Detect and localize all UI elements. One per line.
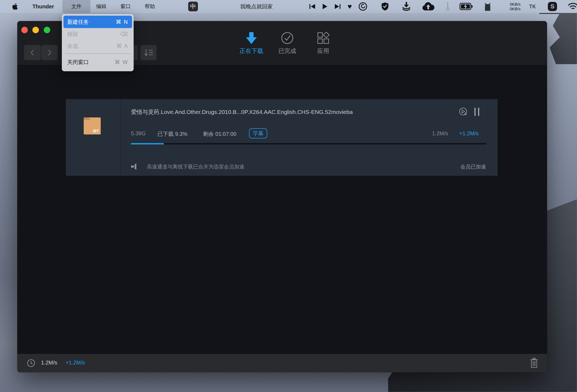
menubar-menu-file[interactable]: 文件 [62, 0, 90, 13]
cat-app-icon[interactable] [482, 0, 493, 13]
downloads-disc-icon[interactable] [400, 0, 413, 13]
cleaner-broom-icon[interactable] [442, 0, 453, 13]
task-boost-speed: +1.2M/s [459, 130, 479, 137]
menubar-menu-window[interactable]: 窗口 [116, 0, 135, 13]
battery-charging-icon[interactable] [458, 0, 474, 13]
progress-bar [131, 143, 487, 144]
menubar-menu-edit[interactable]: 编辑 [92, 0, 111, 13]
circle-check-icon [281, 31, 293, 44]
media-next-icon[interactable] [333, 0, 342, 13]
announcement-speaker-icon [130, 163, 140, 171]
menu-item-close-window[interactable]: 关闭窗口 ⌘ W [63, 56, 132, 68]
menu-item-shortcut: ⌘ N [116, 19, 128, 25]
desktop: Thunder 文件 编辑 窗口 帮助 中 我晚点就回家 ♥ [0, 0, 577, 392]
pause-task-icon[interactable] [474, 107, 480, 116]
menu-item-shortcut: ⌘ A [116, 43, 128, 49]
net-speed-up: 0KB/s [510, 2, 521, 6]
sort-descending-icon [144, 49, 153, 57]
backspace-shortcut-icon: ⌫ [120, 31, 128, 37]
media-play-icon[interactable] [321, 0, 329, 13]
member-accelerated-label: 会员已加速 [460, 163, 486, 170]
cloud-upload-icon[interactable] [421, 0, 436, 13]
trash-icon[interactable] [530, 358, 538, 368]
download-task-row[interactable]: BT 爱情与灵药.Love.And.Other.Drugs.2010.B...0… [66, 99, 498, 176]
notice-row: 高速通道与离线下载已合并为迅雷会员加速 会员已加速 [66, 162, 498, 173]
progress-fill [131, 143, 164, 144]
forward-button[interactable] [41, 45, 58, 60]
tab-label: 已完成 [278, 47, 296, 55]
back-button[interactable] [24, 45, 41, 60]
apps-grid-icon [317, 31, 329, 44]
close-window-button[interactable] [21, 27, 28, 33]
input-method-icon[interactable]: 中 [188, 2, 198, 11]
window-statusbar: 1.2M/s +1.2M/s [17, 354, 547, 372]
chevron-left-icon [29, 48, 36, 57]
notice-text: 高速通道与离线下载已合并为迅雷会员加速 [147, 163, 244, 170]
menu-item-label: 新建任务 [67, 18, 89, 26]
proxy-s-icon[interactable]: S [548, 2, 557, 11]
favorite-heart-icon[interactable]: ♥ [345, 0, 355, 13]
net-speed-down: 0KB/s [510, 6, 521, 11]
wifi-icon[interactable] [568, 0, 577, 13]
system-menubar: Thunder 文件 编辑 窗口 帮助 中 我晚点就回家 ♥ [0, 0, 577, 13]
statusbar-boost: +1.2M/s [66, 360, 85, 366]
download-list: BT 爱情与灵药.Love.And.Other.Drugs.2010.B...0… [17, 65, 547, 354]
tab-downloading[interactable]: 正在下载 [231, 31, 272, 60]
sort-list-button[interactable] [140, 45, 157, 60]
menu-item-label: 全选 [67, 42, 78, 50]
network-speed-indicator[interactable]: 0KB/s 0KB/s [502, 1, 521, 12]
task-time-remaining: 剩余 01:07:00 [203, 130, 236, 138]
task-info-row: 5.39G 已下载 9.3% 剩余 01:07:00 字幕 1.2M/s +1.… [66, 128, 498, 140]
tab-completed[interactable]: 已完成 [267, 31, 308, 60]
download-arrow-icon [246, 31, 257, 44]
tab-apps[interactable]: 应用 [303, 31, 343, 60]
menu-item-label: 移除 [67, 31, 78, 38]
task-downloaded-percent: 已下载 9.3% [157, 130, 187, 138]
menu-separator [65, 53, 130, 54]
menubar-tk-item[interactable]: TK [525, 0, 540, 13]
menubar-menu-help[interactable]: 帮助 [140, 0, 159, 13]
tab-label: 正在下载 [239, 47, 263, 55]
media-previous-icon[interactable] [308, 0, 317, 13]
menu-item-shortcut: ⌘ W [115, 59, 128, 65]
netease-music-icon[interactable] [358, 0, 368, 13]
chevron-right-icon [46, 48, 53, 57]
menu-item-select-all[interactable]: 全选 ⌘ A [63, 40, 132, 52]
menubar-app-name[interactable]: Thunder [27, 0, 59, 13]
statusbar-speed: 1.2M/s [41, 360, 57, 366]
apple-menu[interactable] [11, 0, 19, 13]
play-while-download-icon[interactable] [459, 107, 468, 116]
menu-item-new-task[interactable]: 新建任务 ⌘ N [63, 16, 132, 28]
task-speed: 1.2M/s [432, 130, 448, 137]
subtitle-badge[interactable]: 字幕 [249, 128, 267, 138]
zoom-window-button[interactable] [44, 27, 50, 33]
shield-check-icon[interactable] [379, 0, 391, 13]
thunder-window: 正在下载 已完成 [17, 21, 547, 372]
minimize-window-button[interactable] [32, 27, 39, 33]
file-menu-dropdown: 新建任务 ⌘ N 移除 ⌫ 全选 ⌘ A 关闭窗口 ⌘ W [62, 14, 134, 71]
menu-item-label: 关闭窗口 [67, 59, 89, 66]
clock-icon [27, 359, 35, 367]
menu-item-remove[interactable]: 移除 ⌫ [63, 28, 132, 40]
tab-label: 应用 [317, 47, 329, 55]
apple-icon [12, 3, 18, 10]
task-filename: 爱情与灵药.Love.And.Other.Drugs.2010.B...0P.X… [131, 108, 463, 116]
task-size: 5.39G [131, 130, 146, 137]
now-playing-title: 我晚点就回家 [233, 0, 280, 13]
